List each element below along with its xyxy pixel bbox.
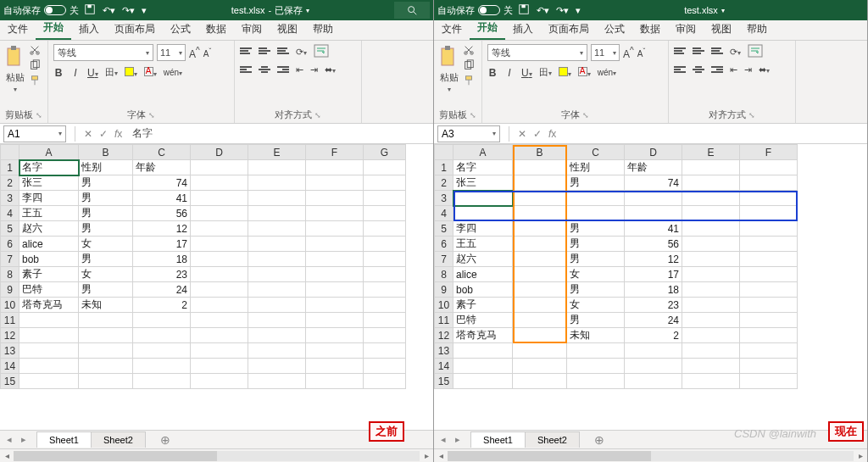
align-center-icon[interactable] bbox=[693, 65, 704, 75]
cell-E9[interactable] bbox=[682, 282, 740, 298]
cell-E7[interactable] bbox=[248, 252, 306, 267]
cell-A11[interactable] bbox=[19, 313, 79, 328]
cell-A3[interactable]: 李四 bbox=[19, 191, 79, 206]
undo-icon[interactable]: ↶▾ bbox=[537, 5, 549, 16]
cell-C4[interactable] bbox=[567, 206, 625, 221]
cell-B5[interactable] bbox=[513, 221, 567, 237]
cell-A6[interactable]: alice bbox=[19, 237, 79, 252]
cell-D10[interactable] bbox=[191, 298, 248, 313]
cell-F11[interactable] bbox=[306, 313, 364, 328]
tab-data[interactable]: 数据 bbox=[632, 19, 668, 40]
cell-F10[interactable] bbox=[740, 298, 798, 313]
cell-B9[interactable] bbox=[513, 282, 567, 298]
cell-E2[interactable] bbox=[682, 175, 740, 191]
cell-A9[interactable]: 巴特 bbox=[19, 282, 79, 298]
cell-B6[interactable]: 女 bbox=[79, 237, 133, 252]
cell-B9[interactable]: 男 bbox=[79, 282, 133, 298]
cell-B3[interactable] bbox=[513, 191, 567, 206]
cell-C2[interactable]: 74 bbox=[133, 175, 191, 191]
cell-D12[interactable]: 2 bbox=[625, 328, 682, 343]
cell-A13[interactable] bbox=[19, 343, 79, 359]
tab-home[interactable]: 开始 bbox=[470, 17, 505, 40]
cell-B7[interactable] bbox=[513, 252, 567, 267]
grid-area[interactable]: ABCDEF1名字性别年龄2张三男74345李四男416王五男567赵六男128… bbox=[434, 144, 867, 430]
cell-B2[interactable]: 男 bbox=[79, 175, 133, 191]
name-box[interactable]: A3▾ bbox=[437, 125, 500, 142]
merge-icon[interactable]: ⬌▾ bbox=[759, 64, 770, 75]
grow-font-icon[interactable]: A^ bbox=[189, 46, 200, 60]
sheet-tab-2[interactable]: Sheet2 bbox=[525, 431, 580, 448]
cell-F4[interactable] bbox=[740, 206, 798, 221]
cell-E14[interactable] bbox=[682, 359, 740, 374]
cell-A14[interactable] bbox=[453, 359, 513, 374]
cell-F13[interactable] bbox=[740, 343, 798, 359]
cell-E15[interactable] bbox=[682, 374, 740, 389]
tab-insert[interactable]: 插入 bbox=[71, 19, 107, 40]
cell-D1[interactable]: 年龄 bbox=[625, 160, 682, 175]
cell-A4[interactable] bbox=[453, 206, 513, 221]
sheet-tab-1[interactable]: Sheet1 bbox=[470, 431, 526, 448]
cell-B12[interactable] bbox=[79, 328, 133, 343]
cell-E10[interactable] bbox=[248, 298, 306, 313]
cell-D9[interactable]: 18 bbox=[625, 282, 682, 298]
cell-D3[interactable] bbox=[625, 191, 682, 206]
align-bottom-icon[interactable] bbox=[711, 47, 723, 57]
accept-formula-icon[interactable]: ✓ bbox=[530, 128, 545, 140]
cell-C7[interactable]: 男 bbox=[567, 252, 625, 267]
copy-icon[interactable] bbox=[463, 59, 475, 73]
cell-F10[interactable] bbox=[306, 298, 364, 313]
tab-formulas[interactable]: 公式 bbox=[163, 19, 198, 40]
cell-F15[interactable] bbox=[306, 374, 364, 389]
tab-file[interactable]: 文件 bbox=[434, 19, 470, 40]
bold-button[interactable]: B bbox=[53, 67, 64, 79]
cell-C15[interactable] bbox=[133, 374, 191, 389]
cell-B8[interactable] bbox=[513, 267, 567, 282]
cell-C8[interactable]: 女 bbox=[567, 267, 625, 282]
cell-D2[interactable]: 74 bbox=[625, 175, 682, 191]
cell-F1[interactable] bbox=[740, 160, 798, 175]
tab-view[interactable]: 视图 bbox=[704, 19, 739, 40]
sheet-nav-icons[interactable]: ◂ ▸ bbox=[0, 434, 36, 445]
align-bottom-icon[interactable] bbox=[277, 47, 289, 57]
cell-D14[interactable] bbox=[191, 359, 248, 374]
cell-G10[interactable] bbox=[364, 298, 406, 313]
dialog-launcher-icon[interactable]: ⤡ bbox=[148, 111, 155, 120]
dialog-launcher-icon[interactable]: ⤡ bbox=[470, 111, 476, 120]
wrap-text-icon[interactable] bbox=[314, 44, 329, 59]
cell-E10[interactable] bbox=[682, 298, 740, 313]
cell-A8[interactable]: 素子 bbox=[19, 267, 79, 282]
phonetic-button[interactable]: wén▾ bbox=[598, 68, 616, 77]
cell-A12[interactable]: 塔奇克马 bbox=[453, 328, 513, 343]
fill-color-button[interactable]: ▾ bbox=[125, 67, 137, 78]
cell-E1[interactable] bbox=[682, 160, 740, 175]
cell-A12[interactable] bbox=[19, 328, 79, 343]
qat-more-icon[interactable]: ▾ bbox=[142, 5, 147, 16]
fx-icon[interactable]: fx bbox=[111, 128, 125, 140]
cell-F15[interactable] bbox=[740, 374, 798, 389]
formula-value[interactable]: 名字 bbox=[125, 126, 153, 141]
cell-C6[interactable]: 17 bbox=[133, 237, 191, 252]
cell-A13[interactable] bbox=[453, 343, 513, 359]
accept-formula-icon[interactable]: ✓ bbox=[96, 128, 111, 140]
indent-inc-icon[interactable]: ⇥ bbox=[744, 64, 752, 75]
align-top-icon[interactable] bbox=[240, 47, 252, 57]
align-left-icon[interactable] bbox=[240, 65, 252, 75]
cell-B12[interactable] bbox=[513, 328, 567, 343]
cell-A14[interactable] bbox=[19, 359, 79, 374]
cell-F6[interactable] bbox=[306, 237, 364, 252]
cell-C4[interactable]: 56 bbox=[133, 206, 191, 221]
tab-layout[interactable]: 页面布局 bbox=[541, 19, 597, 40]
cell-D13[interactable] bbox=[191, 343, 248, 359]
cut-icon[interactable] bbox=[463, 44, 475, 58]
cell-B10[interactable] bbox=[513, 298, 567, 313]
add-sheet-icon[interactable]: ⊕ bbox=[594, 433, 604, 447]
cell-D11[interactable]: 24 bbox=[625, 313, 682, 328]
cell-E1[interactable] bbox=[248, 160, 306, 175]
cell-E12[interactable] bbox=[682, 328, 740, 343]
cell-A8[interactable]: alice bbox=[453, 267, 513, 282]
cell-C5[interactable]: 男 bbox=[567, 221, 625, 237]
dialog-launcher-icon[interactable]: ⤡ bbox=[314, 111, 321, 120]
font-size-select[interactable]: 11▾ bbox=[157, 44, 186, 61]
cell-D15[interactable] bbox=[191, 374, 248, 389]
cell-F7[interactable] bbox=[306, 252, 364, 267]
